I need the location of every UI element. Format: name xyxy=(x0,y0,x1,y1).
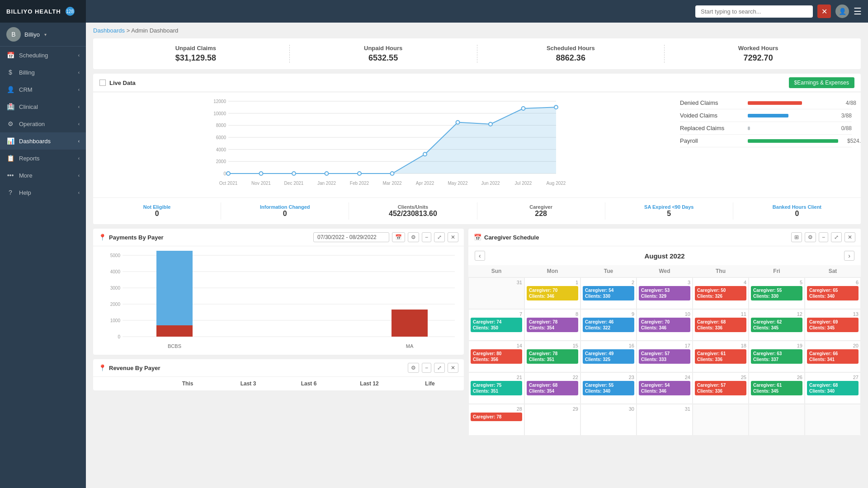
calendar-event[interactable]: Caregiver: 68 Clients: 340 xyxy=(807,381,859,395)
calendar-view-toggle[interactable]: ⊞ xyxy=(791,232,802,242)
close-icon[interactable]: ✕ xyxy=(817,5,831,18)
calendar-cell[interactable]: 5Caregiver: 55 Clients: 330 xyxy=(749,277,805,309)
calendar-cell[interactable]: 10Caregiver: 70 Clients: 346 xyxy=(637,309,693,341)
calendar-cell[interactable]: 22Caregiver: 68 Clients: 354 xyxy=(524,372,580,404)
sidebar-item-reports[interactable]: 📋 Reports ‹ xyxy=(0,150,86,167)
calendar-event[interactable]: Caregiver: 66 Clients: 341 xyxy=(807,349,859,364)
sidebar-item-billing[interactable]: $ Billing ‹ xyxy=(0,64,86,81)
revenue-minimize-button[interactable]: − xyxy=(422,363,431,373)
calendar-event[interactable]: Caregiver: 69 Clients: 345 xyxy=(807,318,859,332)
breadcrumb-parent[interactable]: Dashboards xyxy=(93,27,125,34)
payments-settings-button[interactable]: ⚙ xyxy=(408,232,419,242)
search-input[interactable] xyxy=(695,5,813,18)
calendar-cell-date: 29 xyxy=(527,406,578,412)
payments-expand-button[interactable]: ⤢ xyxy=(434,232,445,242)
calendar-cell[interactable]: 9Caregiver: 46 Clients: 322 xyxy=(580,309,637,341)
earnings-expenses-button[interactable]: $Earnings & Expenses xyxy=(789,77,854,88)
payments-minimize-button[interactable]: − xyxy=(422,232,431,242)
calendar-settings-button[interactable]: ⚙ xyxy=(805,232,816,242)
calendar-cell[interactable]: 20Caregiver: 66 Clients: 341 xyxy=(805,341,861,372)
calendar-event[interactable]: Caregiver: 68 Clients: 354 xyxy=(527,381,578,395)
svg-text:5000: 5000 xyxy=(110,253,121,258)
topbar-avatar[interactable]: 👤 xyxy=(835,5,849,18)
claim-bar-3 xyxy=(748,139,838,143)
calendar-cell[interactable]: 7Caregiver: 74 Clients: 350 xyxy=(468,309,524,341)
calendar-event[interactable]: Caregiver: 55 Clients: 330 xyxy=(751,286,802,300)
calendar-cell[interactable]: 8Caregiver: 78 Clients: 354 xyxy=(524,309,580,341)
calendar-cell[interactable]: 4Caregiver: 50 Clients: 326 xyxy=(693,277,749,309)
svg-point-16 xyxy=(259,172,263,175)
payments-calendar-button[interactable]: 📅 xyxy=(392,232,405,242)
calendar-event[interactable]: Caregiver: 49 Clients: 325 xyxy=(583,349,634,364)
sidebar-item-help[interactable]: ? Help ‹ xyxy=(0,184,86,201)
calendar-cell[interactable]: 14Caregiver: 80 Clients: 356 xyxy=(468,341,524,372)
calendar-event[interactable]: Caregiver: 70 Clients: 346 xyxy=(527,286,578,300)
calendar-event[interactable]: Caregiver: 74 Clients: 350 xyxy=(471,318,522,332)
sidebar-item-scheduling[interactable]: 📅 Scheduling ‹ xyxy=(0,47,86,64)
calendar-event[interactable]: Caregiver: 65 Clients: 340 xyxy=(807,286,859,300)
calendar-cell[interactable]: 1Caregiver: 70 Clients: 346 xyxy=(524,277,580,309)
calendar-minimize-button[interactable]: − xyxy=(819,232,828,242)
calendar-cell[interactable]: 17Caregiver: 57 Clients: 333 xyxy=(637,341,693,372)
calendar-event[interactable]: Caregiver: 57 Clients: 336 xyxy=(695,381,746,395)
calendar-cell[interactable]: 21Caregiver: 75 Clients: 351 xyxy=(468,372,524,404)
calendar-expand-button[interactable]: ⤢ xyxy=(831,232,842,242)
payments-close-button[interactable]: ✕ xyxy=(448,232,458,242)
revenue-expand-button[interactable]: ⤢ xyxy=(434,363,445,373)
calendar-cell[interactable]: 26Caregiver: 61 Clients: 345 xyxy=(749,372,805,404)
calendar-event[interactable]: Caregiver: 57 Clients: 333 xyxy=(639,349,690,364)
calendar-cell[interactable]: 2Caregiver: 54 Clients: 330 xyxy=(580,277,637,309)
calendar-event[interactable]: Caregiver: 54 Clients: 346 xyxy=(639,381,690,395)
calendar-cell[interactable]: 23Caregiver: 55 Clients: 340 xyxy=(580,372,637,404)
date-range-input[interactable] xyxy=(313,232,389,242)
sidebar-item-operation[interactable]: ⚙ Operation ‹ xyxy=(0,115,86,132)
notification-badge[interactable]: 128 xyxy=(66,7,75,16)
calendar-event[interactable]: Caregiver: 62 Clients: 345 xyxy=(751,318,802,332)
calendar-event[interactable]: Caregiver: 75 Clients: 351 xyxy=(471,381,522,395)
user-dropdown-icon[interactable]: ▾ xyxy=(44,32,47,37)
hamburger-menu-icon[interactable]: ☰ xyxy=(854,6,862,17)
calendar-next-button[interactable]: › xyxy=(844,251,854,261)
calendar-cell[interactable]: 15Caregiver: 78 Clients: 351 xyxy=(524,341,580,372)
calendar-event[interactable]: Caregiver: 78 Clients: 351 xyxy=(527,349,578,364)
calendar-event[interactable]: Caregiver: 61 Clients: 336 xyxy=(695,349,746,364)
calendar-event[interactable]: Caregiver: 61 Clients: 345 xyxy=(751,381,802,395)
stat-value-0: $31,129.58 xyxy=(111,53,280,63)
calendar-event[interactable]: Caregiver: 78 Clients: 354 xyxy=(527,318,578,332)
sidebar-item-crm[interactable]: 👤 CRM ‹ xyxy=(0,81,86,98)
calendar-cell[interactable]: 18Caregiver: 61 Clients: 336 xyxy=(693,341,749,372)
calendar-cell[interactable]: 11Caregiver: 68 Clients: 336 xyxy=(693,309,749,341)
calendar-event[interactable]: Caregiver: 53 Clients: 329 xyxy=(639,286,690,300)
calendar-event[interactable]: Caregiver: 68 Clients: 336 xyxy=(695,318,746,332)
revenue-settings-button[interactable]: ⚙ xyxy=(408,363,419,373)
sidebar-item-label-scheduling: Scheduling xyxy=(19,52,48,59)
calendar-event[interactable]: Caregiver: 46 Clients: 322 xyxy=(583,318,634,332)
calendar-cell[interactable]: 28Caregiver: 78 xyxy=(468,404,524,436)
calendar-cell[interactable]: 24Caregiver: 54 Clients: 346 xyxy=(637,372,693,404)
live-data-checkbox[interactable] xyxy=(99,80,106,86)
calendar-cell[interactable]: 13Caregiver: 69 Clients: 345 xyxy=(805,309,861,341)
calendar-prev-button[interactable]: ‹ xyxy=(475,251,485,261)
calendar-cell[interactable]: 6Caregiver: 65 Clients: 340 xyxy=(805,277,861,309)
user-section[interactable]: B Billiyo ▾ xyxy=(0,23,86,47)
calendar-cell[interactable]: 12Caregiver: 62 Clients: 345 xyxy=(749,309,805,341)
calendar-close-button[interactable]: ✕ xyxy=(844,232,855,242)
calendar-cell[interactable]: 19Caregiver: 63 Clients: 337 xyxy=(749,341,805,372)
sidebar-item-more[interactable]: ••• More ‹ xyxy=(0,167,86,184)
calendar-event[interactable]: Caregiver: 54 Clients: 330 xyxy=(583,286,634,300)
calendar-cell[interactable]: 27Caregiver: 68 Clients: 340 xyxy=(805,372,861,404)
calendar-cell[interactable]: 25Caregiver: 57 Clients: 336 xyxy=(693,372,749,404)
calendar-event[interactable]: Caregiver: 50 Clients: 326 xyxy=(695,286,746,300)
calendar-event[interactable]: Caregiver: 55 Clients: 340 xyxy=(583,381,634,395)
calendar-event[interactable]: Caregiver: 80 Clients: 356 xyxy=(471,349,522,364)
calendar-event[interactable]: Caregiver: 70 Clients: 346 xyxy=(639,318,690,332)
calendar-cell[interactable]: 3Caregiver: 53 Clients: 329 xyxy=(637,277,693,309)
sidebar-item-label-billing: Billing xyxy=(19,69,35,76)
sidebar-item-dashboards[interactable]: 📊 Dashboards ‹ xyxy=(0,132,86,150)
calendar-event[interactable]: Caregiver: 63 Clients: 337 xyxy=(751,349,802,364)
svg-point-18 xyxy=(292,172,296,175)
calendar-event[interactable]: Caregiver: 78 xyxy=(471,413,522,421)
revenue-close-button[interactable]: ✕ xyxy=(448,363,458,373)
calendar-cell[interactable]: 16Caregiver: 49 Clients: 325 xyxy=(580,341,637,372)
sidebar-item-clinical[interactable]: 🏥 Clinical ‹ xyxy=(0,98,86,115)
